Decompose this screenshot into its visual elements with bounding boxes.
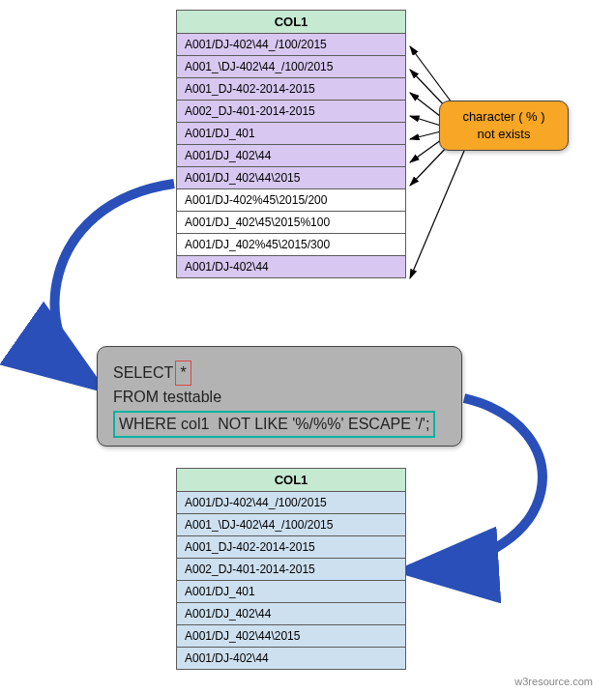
source-table: COL1 A001/DJ-402\44_/100/2015 A001_\DJ-4… bbox=[176, 10, 406, 278]
table-row: A001/DJ-402\44 bbox=[177, 648, 406, 670]
table-row: A001_DJ-402-2014-2015 bbox=[177, 536, 406, 559]
table-row: A001/DJ-402\44_/100/2015 bbox=[177, 492, 406, 514]
table-row: A001_\DJ-402\44_/100/2015 bbox=[177, 514, 406, 536]
table-row: A001/DJ_401 bbox=[177, 123, 406, 145]
table-row: A001/DJ_402\44 bbox=[177, 603, 406, 625]
svg-line-0 bbox=[410, 46, 455, 106]
credit-text: w3resource.com bbox=[514, 676, 593, 687]
table-row: A002_DJ-401-2014-2015 bbox=[177, 559, 406, 581]
table-row: A001_DJ-402-2014-2015 bbox=[177, 78, 406, 101]
svg-line-4 bbox=[410, 131, 441, 139]
sql-star: * bbox=[175, 361, 191, 386]
callout-note: character ( % ) not exists bbox=[439, 101, 569, 151]
svg-line-3 bbox=[410, 116, 441, 126]
sql-where-line: WHERE col1 NOT LIKE '%/%%' ESCAPE '/'; bbox=[113, 411, 435, 438]
svg-line-7 bbox=[410, 151, 464, 278]
sql-select-line: SELECT * bbox=[113, 361, 446, 386]
table-row: A001/DJ-402\44 bbox=[177, 256, 406, 278]
table-row: A001/DJ_402\44\2015 bbox=[177, 167, 406, 189]
table-row: A001/DJ_402\44 bbox=[177, 145, 406, 167]
sql-from-line: FROM testtable bbox=[113, 386, 446, 409]
result-table-header: COL1 bbox=[177, 469, 406, 492]
sql-query-box: SELECT * FROM testtable WHERE col1 NOT L… bbox=[97, 346, 462, 447]
sql-select-keyword: SELECT bbox=[113, 364, 173, 381]
table-row: A002_DJ-401-2014-2015 bbox=[177, 101, 406, 123]
table-row: A001/DJ-402\44_/100/2015 bbox=[177, 34, 406, 56]
diagram-canvas: COL1 A001/DJ-402\44_/100/2015 A001_\DJ-4… bbox=[0, 0, 616, 693]
callout-line1: character ( % ) bbox=[440, 108, 568, 126]
result-table: COL1 A001/DJ-402\44_/100/2015 A001_\DJ-4… bbox=[176, 468, 406, 670]
table-row: A001/DJ_401 bbox=[177, 581, 406, 603]
table-row: A001/DJ_402\44\2015 bbox=[177, 625, 406, 648]
table-row: A001_\DJ-402\44_/100/2015 bbox=[177, 56, 406, 78]
table-row: A001/DJ_402%45\2015/300 bbox=[177, 234, 406, 256]
callout-line2: not exists bbox=[440, 126, 568, 143]
table-row: A001/DJ_402\45\2015%100 bbox=[177, 212, 406, 234]
table-row: A001/DJ-402%45\2015/200 bbox=[177, 189, 406, 212]
source-table-header: COL1 bbox=[177, 11, 406, 34]
